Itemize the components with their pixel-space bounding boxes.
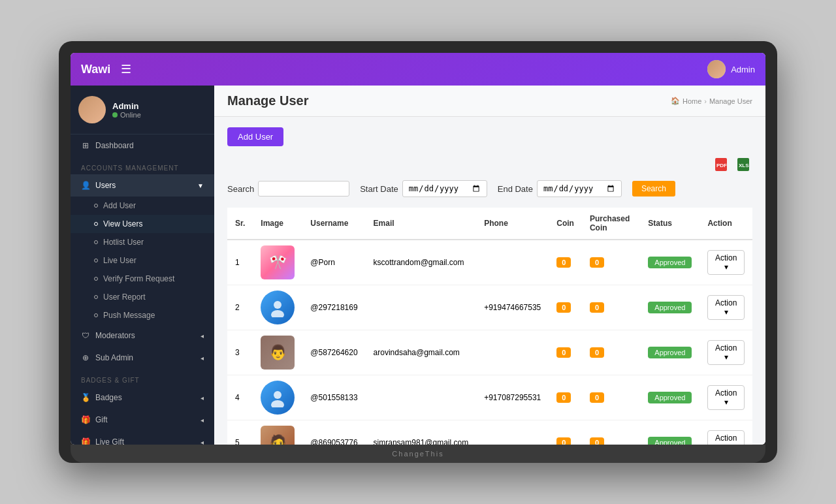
cell-image: 👨 [253, 330, 302, 375]
cell-action[interactable]: Action ▾ [699, 330, 752, 375]
cell-action[interactable]: Action ▾ [699, 240, 752, 285]
sidebar-item-view-users[interactable]: View Users [71, 215, 214, 233]
search-button[interactable]: Search [632, 181, 675, 197]
cell-phone [476, 330, 549, 375]
end-date-input[interactable] [537, 180, 622, 197]
sidebar-item-live-user[interactable]: Live User [71, 251, 214, 270]
users-icon: 👤 [81, 181, 90, 190]
cell-coin: 0 [549, 285, 582, 330]
sidebar-item-live-gift[interactable]: 🎁 Live Gift ◂ [71, 431, 214, 445]
moderators-icon: 🛡 [81, 331, 90, 340]
table-row: 5 🧔 @869053776 simransam981@gmail.com 0 … [227, 420, 752, 445]
page-title: Manage User [227, 93, 309, 108]
user-avatar: 👨 [261, 336, 295, 370]
cell-phone: +919474667535 [476, 285, 549, 330]
cell-purchased-coin: 0 [582, 420, 640, 445]
table-row: 2 @297218169 +919474667535 0 0 Approved … [227, 285, 752, 330]
search-label: Search [227, 184, 254, 194]
cell-action[interactable]: Action ▾ [699, 285, 752, 330]
brand-name: Wawi [81, 63, 110, 76]
cell-username: @501558133 [302, 375, 365, 420]
profile-status: Online [120, 111, 141, 119]
sidebar-item-verify-form[interactable]: Verify Form Request [71, 270, 214, 288]
live-user-label: Live User [103, 256, 137, 265]
moderators-label: Moderators [95, 331, 135, 340]
cell-email [366, 375, 477, 420]
add-user-button[interactable]: Add User [227, 127, 283, 146]
users-table: Sr. Image Username Email Phone Coin Purc… [227, 208, 752, 445]
sidebar-item-hotlist-user[interactable]: Hotlist User [71, 233, 214, 251]
cell-phone [476, 420, 549, 445]
cell-username: @869053776 [302, 420, 365, 445]
export-excel-icon[interactable]: XLS [734, 155, 752, 174]
cell-coin: 0 [549, 375, 582, 420]
svg-point-4 [274, 301, 281, 309]
dot-icon [94, 240, 98, 244]
live-gift-label: Live Gift [95, 437, 124, 445]
push-message-label: Push Message [103, 311, 155, 320]
cell-phone: +917087295531 [476, 375, 549, 420]
sidebar-item-label: Dashboard [95, 141, 134, 150]
cell-image: 🧔 [253, 420, 302, 445]
sidebar-item-users[interactable]: 👤 Users ▼ [71, 174, 214, 197]
badges-chevron: ◂ [201, 394, 204, 402]
cell-status: Approved [640, 420, 699, 445]
action-button[interactable]: Action ▾ [707, 385, 745, 410]
cell-coin: 0 [549, 240, 582, 285]
live-gift-chevron: ◂ [201, 439, 204, 445]
cell-sr: 5 [227, 420, 253, 445]
badges-icon: 🏅 [81, 393, 90, 402]
users-chevron: ▼ [197, 182, 204, 189]
cell-action[interactable]: Action ▾ [699, 420, 752, 445]
status-dot [112, 112, 118, 118]
col-image: Image [253, 208, 302, 240]
action-button[interactable]: Action ▾ [707, 250, 745, 275]
svg-text:PDF: PDF [716, 163, 727, 168]
cell-email: kscottrandom@gmail.com [366, 240, 477, 285]
gift-chevron: ◂ [201, 417, 204, 424]
hamburger-icon[interactable]: ☰ [121, 62, 131, 76]
hotlist-label: Hotlist User [103, 238, 144, 247]
action-button[interactable]: Action ▾ [707, 295, 745, 320]
action-button[interactable]: Action ▾ [707, 340, 745, 365]
cell-username: @Porn [302, 240, 365, 285]
users-label: Users [95, 181, 116, 190]
cell-purchased-coin: 0 [582, 240, 640, 285]
sidebar-item-moderators[interactable]: 🛡 Moderators ◂ [71, 324, 214, 347]
svg-point-7 [271, 400, 284, 407]
breadcrumb-home: 🏠 [671, 97, 680, 105]
sidebar-item-dashboard[interactable]: ⊞ Dashboard [71, 134, 214, 157]
col-sr: Sr. [227, 208, 253, 240]
start-date-label: Start Date [360, 184, 398, 194]
sidebar-item-gift[interactable]: 🎁 Gift ◂ [71, 409, 214, 431]
col-status: Status [640, 208, 699, 240]
action-button[interactable]: Action ▾ [707, 430, 745, 445]
export-icons: PDF XLS [227, 155, 752, 174]
col-coin: Coin [549, 208, 582, 240]
dot-icon [94, 259, 98, 262]
end-date-label: End Date [498, 184, 533, 194]
table-row: 1 🎌 @Porn kscottrandom@gmail.com 0 0 App… [227, 240, 752, 285]
verify-form-label: Verify Form Request [103, 274, 174, 283]
sidebar-item-sub-admin[interactable]: ⊕ Sub Admin ◂ [71, 347, 214, 369]
table-row: 4 @501558133 +917087295531 0 0 Approved … [227, 375, 752, 420]
cell-image: 🎌 [253, 240, 302, 285]
sub-admin-chevron: ◂ [201, 354, 204, 362]
dot-icon [94, 222, 98, 226]
profile-name: Admin [112, 101, 141, 111]
view-users-label: View Users [103, 219, 142, 228]
cell-action[interactable]: Action ▾ [699, 375, 752, 420]
sidebar-item-badges[interactable]: 🏅 Badges ◂ [71, 386, 214, 409]
admin-avatar [707, 60, 726, 78]
search-input[interactable] [258, 181, 349, 197]
section-badges: BADGES & GIFT [71, 369, 214, 386]
sidebar-item-user-report[interactable]: User Report [71, 288, 214, 306]
col-purchased-coin: Purchased Coin [582, 208, 640, 240]
section-accounts: ACCOUNTS MANAGEMENT [71, 157, 214, 174]
sidebar-item-push-message[interactable]: Push Message [71, 306, 214, 324]
sidebar-item-add-user[interactable]: Add User [71, 197, 214, 215]
start-date-input[interactable] [402, 180, 487, 197]
export-pdf-icon[interactable]: PDF [712, 155, 730, 174]
content-area: Manage User 🏠 Home › Manage User Add Use… [214, 86, 765, 445]
cell-sr: 2 [227, 285, 253, 330]
